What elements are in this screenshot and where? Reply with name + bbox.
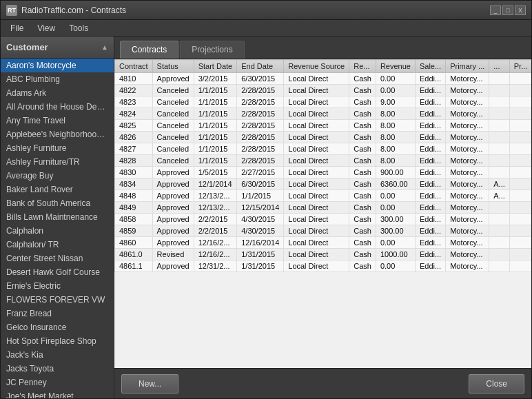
table-row[interactable]: 4861.1Approved12/31/2...1/31/2015Local D… — [115, 260, 532, 272]
sidebar-item[interactable]: Adams Ark — [1, 86, 114, 100]
table-cell: Local Direct — [284, 108, 349, 120]
sidebar-item[interactable]: Average Buy — [1, 169, 114, 183]
sidebar-item[interactable]: Aaron's Motorcycle — [1, 59, 114, 72]
customer-list[interactable]: Aaron's MotorcycleABC PlumbingAdams ArkA… — [1, 59, 114, 398]
table-cell: 4/30/2015 — [237, 225, 284, 237]
table-row[interactable]: 4861.0Revised12/16/2...1/31/2015Local Di… — [115, 249, 532, 260]
column-header[interactable]: Revenue Source — [284, 60, 349, 73]
table-cell: 2/28/2015 — [237, 155, 284, 167]
table-row[interactable]: 4824Canceled1/1/20152/28/2015Local Direc… — [115, 108, 532, 120]
table-cell: Canceled — [152, 85, 194, 96]
tab-projections[interactable]: Projections — [180, 41, 244, 59]
table-cell: 4825 — [115, 120, 153, 132]
table-row[interactable]: 4858Approved2/2/20154/30/2015Local Direc… — [115, 214, 532, 225]
new-button[interactable]: New... — [121, 374, 178, 393]
sidebar-scroll-up[interactable]: ▲ — [101, 43, 108, 51]
table-row[interactable]: 4859Approved2/2/20154/30/2015Local Direc… — [115, 225, 532, 237]
table-row[interactable]: 4827Canceled1/1/20152/28/2015Local Direc… — [115, 143, 532, 155]
sidebar-item[interactable]: All Around the House Decor — [1, 100, 114, 114]
table-row[interactable]: 4810Approved3/2/20156/30/2015Local Direc… — [115, 73, 532, 85]
column-header[interactable]: Revenue — [376, 60, 415, 73]
table-cell: Eddi... — [415, 214, 445, 225]
table-cell: Cash — [349, 155, 376, 167]
sidebar-item[interactable]: Geico Insurance — [1, 320, 114, 334]
table-row[interactable]: 4823Canceled1/1/20152/28/2015Local Direc… — [115, 96, 532, 108]
column-header[interactable]: Pr... — [509, 60, 531, 73]
sidebar-item[interactable]: Any Time Travel — [1, 114, 114, 127]
close-button[interactable]: Close — [469, 374, 524, 393]
table-cell — [509, 260, 531, 272]
column-header[interactable]: Primary ... — [446, 60, 489, 73]
sidebar-item[interactable]: Jack's Kia — [1, 348, 114, 362]
contracts-table-container[interactable]: ContractStatusStart DateEnd DateRevenue … — [114, 59, 531, 368]
column-header[interactable]: ... — [489, 60, 510, 73]
sidebar-item[interactable]: FLOWERS FOREVER VW — [1, 293, 114, 307]
table-cell: Local Direct — [284, 96, 349, 108]
sidebar-item[interactable]: Desert Hawk Golf Course — [1, 265, 114, 279]
menu-tools[interactable]: Tools — [62, 21, 95, 35]
table-row[interactable]: 4825Canceled1/1/20152/28/2015Local Direc… — [115, 120, 532, 132]
tab-contracts[interactable]: Contracts — [120, 41, 178, 59]
sidebar-item[interactable]: Baker Land Rover — [1, 183, 114, 196]
table-cell: Motorcy... — [446, 214, 489, 225]
sidebar-item[interactable]: Ernie's Electric — [1, 279, 114, 293]
sidebar-item[interactable]: Calphalon/ TR — [1, 238, 114, 252]
table-cell: 2/28/2015 — [237, 96, 284, 108]
sidebar-item[interactable]: Ashley Furniture/TR — [1, 155, 114, 169]
column-header[interactable]: Sale... — [415, 60, 445, 73]
sidebar-item[interactable]: Jacks Toyota — [1, 362, 114, 376]
table-cell: Cash — [349, 96, 376, 108]
table-cell: Cash — [349, 202, 376, 214]
column-header[interactable]: End Date — [237, 60, 284, 73]
table-cell: 0.00 — [376, 202, 415, 214]
table-cell: Motorcy... — [446, 249, 489, 260]
table-cell: Eddi... — [415, 85, 445, 96]
table-cell — [489, 143, 510, 155]
main-panel: ContractsProjections ContractStatusStart… — [114, 37, 531, 398]
tabs-row: ContractsProjections — [114, 37, 531, 59]
sidebar-item[interactable]: Calphalon — [1, 224, 114, 238]
table-cell: 2/28/2015 — [237, 143, 284, 155]
contracts-table: ContractStatusStart DateEnd DateRevenue … — [114, 59, 531, 272]
minimize-button[interactable]: _ — [490, 6, 501, 15]
table-cell: 4/30/2015 — [237, 214, 284, 225]
table-cell: 8.00 — [376, 120, 415, 132]
table-row[interactable]: 4834Approved12/1/20146/30/2015Local Dire… — [115, 178, 532, 190]
table-cell: Eddi... — [415, 155, 445, 167]
table-row[interactable]: 4822Canceled1/1/20152/28/2015Local Direc… — [115, 85, 532, 96]
maximize-button[interactable]: □ — [502, 6, 513, 15]
sidebar-item[interactable]: Joe's Meet Market — [1, 389, 114, 398]
table-row[interactable]: 4849Approved12/13/2...12/15/2014Local Di… — [115, 202, 532, 214]
sidebar-item[interactable]: Franz Bread — [1, 307, 114, 320]
menu-file[interactable]: File — [3, 21, 30, 35]
table-cell: 6/30/2015 — [237, 73, 284, 85]
table-row[interactable]: 4828Canceled1/1/20152/28/2015Local Direc… — [115, 155, 532, 167]
sidebar-item[interactable]: JC Penney — [1, 376, 114, 389]
table-cell: 900.00 — [376, 167, 415, 178]
table-cell: 12/13/2... — [194, 190, 237, 202]
table-cell: A... — [489, 190, 510, 202]
menu-view[interactable]: View — [30, 21, 62, 35]
table-cell — [509, 190, 531, 202]
sidebar-item[interactable]: ABC Plumbing — [1, 72, 114, 86]
sidebar-item[interactable]: Bank of South America — [1, 196, 114, 210]
close-window-button[interactable]: X — [515, 6, 526, 15]
table-row[interactable]: 4830Approved1/5/20152/27/2015Local Direc… — [115, 167, 532, 178]
table-row[interactable]: 4848Approved12/13/2...1/1/2015Local Dire… — [115, 190, 532, 202]
sidebar-item[interactable]: Applebee's Neighborhood ... — [1, 127, 114, 141]
table-cell — [489, 96, 510, 108]
column-header[interactable]: Start Date — [194, 60, 237, 73]
table-cell: 0.00 — [376, 73, 415, 85]
table-row[interactable]: 4860Approved12/16/2...12/16/2014Local Di… — [115, 237, 532, 249]
sidebar-item[interactable]: Bills Lawn Maintnenance — [1, 210, 114, 224]
sidebar-item[interactable]: Hot Spot Fireplace Shop — [1, 334, 114, 348]
sidebar-item[interactable]: Center Street Nissan — [1, 252, 114, 265]
column-header[interactable]: Contract — [115, 60, 153, 73]
column-header[interactable]: Re... — [349, 60, 376, 73]
table-cell: 1/31/2015 — [237, 260, 284, 272]
sidebar-item[interactable]: Ashley Furniture — [1, 141, 114, 155]
table-row[interactable]: 4826Canceled1/1/20152/28/2015Local Direc… — [115, 132, 532, 143]
table-cell: Motorcy... — [446, 108, 489, 120]
table-cell: Motorcy... — [446, 225, 489, 237]
column-header[interactable]: Status — [152, 60, 194, 73]
